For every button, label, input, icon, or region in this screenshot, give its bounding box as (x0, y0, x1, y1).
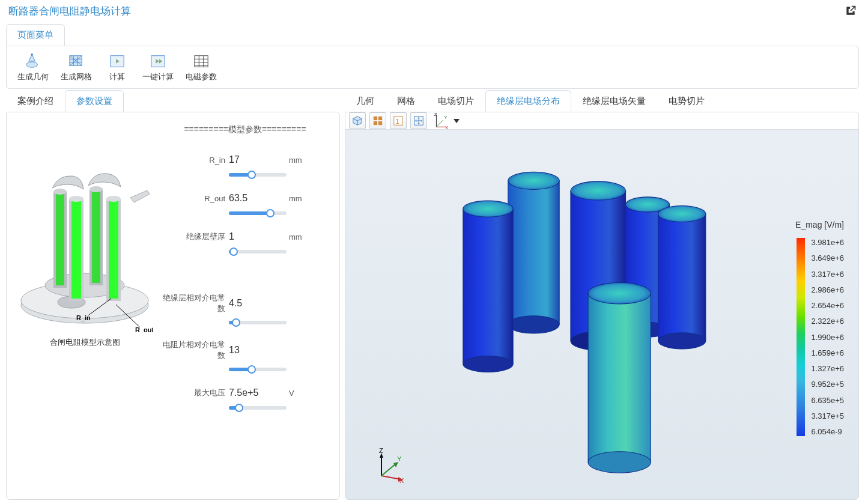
view-menu-caret-icon[interactable] (454, 119, 460, 123)
svg-point-59 (588, 283, 651, 304)
reset-view-button[interactable] (369, 112, 386, 129)
model-caption: 合闸电阻模型示意图 (50, 337, 120, 348)
em-param-label: 电磁参数 (186, 71, 217, 82)
gen-geom-label: 生成几何 (17, 71, 49, 82)
tab-param-settings[interactable]: 参数设置 (65, 90, 124, 112)
svg-point-2 (31, 53, 33, 56)
svg-point-23 (69, 196, 83, 202)
legend-label: 2.986e+6 (811, 285, 844, 294)
gen-mesh-button[interactable]: 生成网格 (55, 51, 98, 85)
compute-button[interactable]: 计算 (98, 51, 136, 85)
param-label-r-in: R_in (160, 156, 226, 165)
compute-label: 计算 (109, 71, 125, 82)
svg-text:Y: Y (444, 115, 447, 120)
main-toolbar: 生成几何 生成网格 计算 一键计算 电磁参数 (6, 46, 859, 89)
render-viewport[interactable]: E_mag [V/m] 3.981e+6 3.649e+6 3.317e+6 2… (345, 130, 858, 500)
em-param-button[interactable]: 电磁参数 (180, 51, 223, 85)
param-slider-r-out[interactable] (229, 208, 287, 218)
svg-rect-32 (374, 121, 377, 125)
svg-point-17 (53, 189, 67, 195)
axis-triad-icon: Z Y X (431, 112, 449, 129)
svg-text:X: X (445, 125, 448, 129)
legend-title: E_mag [V/m] (795, 220, 844, 229)
compute-icon (108, 53, 126, 69)
legend-label: 3.317e+5 (811, 411, 844, 421)
gen-mesh-label: 生成网格 (61, 71, 92, 82)
svg-text:Z: Z (379, 447, 383, 454)
legend-label: 1.659e+6 (811, 348, 844, 357)
param-slider-r-in[interactable] (229, 170, 287, 180)
svg-rect-25 (109, 201, 118, 299)
param-unit-ins-thickness: mm (289, 232, 309, 241)
legend-label: 6.635e+5 (811, 396, 844, 405)
param-input-max-v[interactable] (229, 386, 287, 399)
open-external-icon[interactable] (845, 5, 857, 17)
gen-geom-button[interactable]: 生成几何 (11, 51, 55, 85)
frame-tab-page-menu[interactable]: 页面菜单 (6, 24, 65, 46)
svg-rect-16 (56, 194, 64, 285)
svg-line-39 (436, 120, 443, 127)
svg-point-60 (588, 452, 651, 473)
param-slider-max-v[interactable] (229, 403, 287, 413)
viewport-toolbar: 1 Z Y X (345, 112, 858, 130)
tab-case-intro[interactable]: 案例介绍 (6, 90, 65, 112)
param-label-ins-perm: 绝缘层相对介电常数 (160, 293, 226, 314)
svg-rect-43 (508, 181, 559, 325)
right-tabs: 几何 网格 电场切片 绝缘层电场分布 绝缘层电场矢量 电势切片 (345, 91, 859, 112)
svg-point-44 (508, 172, 559, 189)
colorbar (797, 238, 805, 436)
legend-label: 2.322e+6 (811, 317, 844, 326)
move-button[interactable] (410, 112, 427, 129)
svg-rect-19 (92, 192, 100, 283)
tab-insulation-vector[interactable]: 绝缘层电场矢量 (571, 90, 657, 112)
param-slider-ins-thickness[interactable] (229, 247, 287, 257)
legend-labels: 3.981e+6 3.649e+6 3.317e+6 2.986e+6 2.65… (811, 238, 844, 436)
legend-label: 6.054e-9 (811, 427, 844, 436)
svg-point-45 (508, 316, 559, 333)
svg-line-65 (381, 464, 396, 476)
legend-label: 1.990e+6 (811, 333, 844, 342)
param-input-r-out[interactable] (229, 192, 287, 205)
param-heading: =========模型参数========= (160, 124, 330, 135)
view-cube-button[interactable] (349, 112, 366, 129)
app-title: 断路器合闸电阻静电场计算 (8, 4, 131, 18)
tab-geometry[interactable]: 几何 (345, 90, 386, 112)
param-label-r-out: R_out (160, 194, 226, 203)
view-cube-icon (352, 115, 363, 126)
svg-point-26 (106, 196, 121, 202)
reset-view-icon (372, 115, 383, 126)
tab-mesh[interactable]: 网格 (386, 90, 426, 112)
svg-text:X: X (399, 477, 404, 483)
scene-light-button[interactable]: 1 (390, 112, 407, 129)
legend-label: 3.317e+6 (811, 270, 844, 279)
move-icon (413, 115, 424, 126)
param-column: =========模型参数========= R_in mm R_out (160, 124, 330, 425)
param-slider-res-perm[interactable] (229, 365, 287, 374)
legend-label: 3.649e+6 (811, 254, 844, 263)
param-unit-r-in: mm (289, 156, 309, 165)
param-input-r-in[interactable] (229, 153, 287, 166)
param-slider-ins-perm[interactable] (229, 318, 287, 327)
table-icon (192, 53, 210, 69)
param-label-ins-thickness: 绝缘层壁厚 (160, 231, 226, 242)
titlebar: 断路器合闸电阻静电场计算 (0, 0, 865, 22)
svg-point-54 (658, 333, 706, 349)
geometry-icon (24, 53, 42, 69)
param-input-res-perm[interactable] (229, 344, 287, 357)
legend-label: 3.981e+6 (811, 238, 844, 247)
param-input-ins-thickness[interactable] (229, 230, 287, 243)
model-diagram: R_in R_out (16, 152, 153, 332)
mesh-icon (67, 53, 85, 69)
frame-tabs: 页面菜单 (6, 24, 859, 46)
tab-efield-slice[interactable]: 电场切片 (426, 90, 485, 112)
svg-rect-52 (658, 214, 706, 341)
legend-label: 9.952e+5 (811, 380, 844, 389)
svg-rect-31 (378, 117, 382, 120)
tab-insulation-efield[interactable]: 绝缘层电场分布 (485, 90, 571, 112)
diagram-label-rout: R_out (135, 326, 153, 332)
one-click-button[interactable]: 一键计算 (136, 51, 180, 85)
tab-potential-slice[interactable]: 电势切片 (657, 90, 716, 112)
legend-label: 2.654e+6 (811, 301, 844, 310)
param-input-ins-perm[interactable] (229, 297, 287, 310)
svg-line-63 (381, 476, 401, 479)
